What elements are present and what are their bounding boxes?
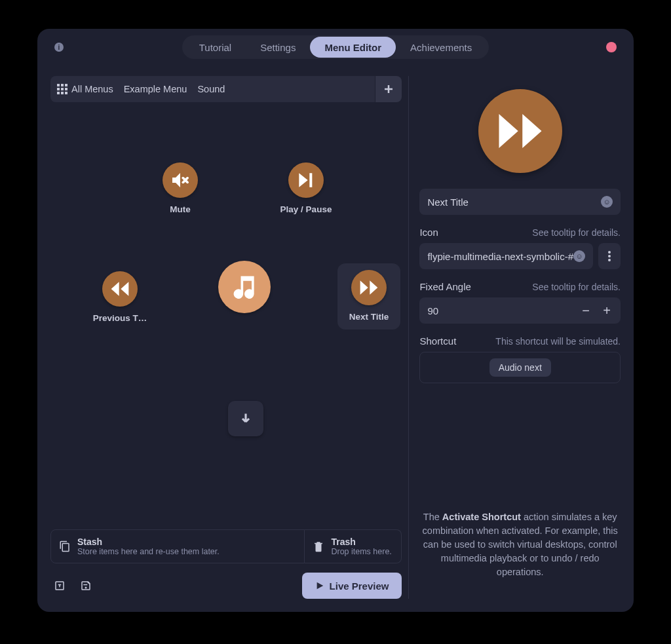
bottom-left-buttons — [50, 577, 95, 595]
fast-forward-icon — [351, 270, 387, 305]
content: All Menus Example Menu Sound Mute — [37, 66, 634, 612]
stash-icon — [59, 540, 71, 552]
trash-subtitle: Drop items here. — [331, 547, 391, 556]
angle-hint: See tooltip for details. — [532, 282, 621, 292]
stash-title: Stash — [77, 537, 220, 547]
svg-rect-0 — [57, 84, 60, 86]
node-play-pause[interactable]: Play / Pause — [275, 162, 337, 214]
node-label: Mute — [170, 204, 191, 214]
svg-rect-8 — [65, 92, 67, 94]
angle-minus-button[interactable]: − — [580, 303, 592, 318]
node-add[interactable] — [214, 401, 277, 436]
shortcut-label: Shortcut — [419, 335, 456, 347]
preview-label: Live Preview — [330, 580, 389, 592]
icon-value: flypie-multimedia-next-symbolic-# — [427, 251, 573, 262]
icon-input[interactable]: flypie-multimedia-next-symbolic-# ☺ — [419, 243, 593, 269]
crumb-example-menu[interactable]: Example Menu — [124, 84, 187, 94]
icon-label-row: Icon See tooltip for details. — [419, 227, 621, 238]
angle-stepper: − + — [580, 303, 613, 318]
angle-label-row: Fixed Angle See tooltip for details. — [419, 281, 621, 292]
svg-rect-4 — [61, 88, 64, 90]
plus-icon — [383, 84, 394, 94]
shortcut-chip[interactable]: Audio next — [489, 358, 551, 377]
chevron-down-icon — [228, 401, 263, 436]
fast-forward-icon — [495, 105, 546, 157]
breadcrumb: All Menus Example Menu Sound — [50, 76, 375, 102]
left-panel: All Menus Example Menu Sound Mute — [50, 76, 409, 599]
trash-area[interactable]: Trash Drop items here. — [305, 529, 402, 563]
import-icon — [54, 580, 66, 592]
emoji-picker-icon[interactable]: ☺ — [601, 196, 613, 208]
save-icon — [80, 580, 92, 592]
name-value: Next Title — [427, 197, 469, 208]
shortcut-hint: This shortcut will be simulated. — [495, 336, 621, 347]
desc-bold: Activate Shortcut — [442, 512, 521, 522]
node-label: Next Title — [349, 312, 389, 322]
stash-area[interactable]: Stash Store items here and re-use them l… — [50, 529, 305, 563]
angle-plus-button[interactable]: + — [601, 303, 613, 318]
node-center[interactable] — [213, 261, 276, 313]
app-window: i Tutorial Settings Menu Editor Achievem… — [37, 29, 634, 612]
add-item-button[interactable] — [375, 76, 402, 102]
tab-tutorial[interactable]: Tutorial — [185, 37, 246, 58]
node-previous-title[interactable]: Previous T… — [88, 271, 151, 323]
crumb-sound[interactable]: Sound — [197, 84, 225, 94]
svg-rect-7 — [61, 92, 64, 94]
crumb-label: All Menus — [71, 84, 113, 94]
tab-achievements[interactable]: Achievements — [396, 37, 486, 58]
live-preview-button[interactable]: Live Preview — [302, 573, 402, 599]
music-note-icon — [218, 261, 271, 313]
angle-label: Fixed Angle — [419, 281, 470, 292]
breadcrumb-row: All Menus Example Menu Sound — [50, 76, 402, 102]
info-icon[interactable]: i — [54, 43, 64, 52]
tab-menu-editor[interactable]: Menu Editor — [310, 37, 396, 58]
play-pause-icon — [288, 162, 324, 198]
node-label: Play / Pause — [280, 204, 332, 214]
stash-text: Stash Store items here and re-use them l… — [77, 537, 220, 556]
trash-title: Trash — [331, 537, 391, 547]
rewind-icon — [102, 271, 138, 307]
menu-canvas[interactable]: Mute Play / Pause Previous T… — [50, 107, 402, 524]
angle-input[interactable]: 90 − + — [419, 297, 621, 324]
kebab-icon — [608, 251, 611, 261]
tab-settings[interactable]: Settings — [246, 37, 310, 58]
crumb-all-menus[interactable]: All Menus — [57, 84, 113, 94]
stash-row: Stash Store items here and re-use them l… — [50, 529, 402, 563]
play-icon — [315, 581, 324, 590]
icon-label: Icon — [419, 227, 438, 238]
mute-icon — [163, 162, 198, 198]
shortcut-box[interactable]: Audio next — [419, 352, 621, 383]
node-mute[interactable]: Mute — [149, 162, 212, 214]
svg-rect-3 — [57, 88, 60, 90]
right-panel: Next Title ☺ Icon See tooltip for detail… — [409, 76, 621, 599]
shortcut-label-row: Shortcut This shortcut will be simulated… — [419, 335, 621, 347]
svg-rect-5 — [65, 88, 67, 90]
save-button[interactable] — [77, 577, 95, 595]
action-description: The Activate Shortcut action simulates a… — [419, 510, 621, 579]
icon-more-button[interactable] — [598, 243, 621, 269]
stash-subtitle: Store items here and re-use them later. — [77, 547, 220, 556]
name-input[interactable]: Next Title ☺ — [419, 189, 621, 215]
emoji-picker-icon[interactable]: ☺ — [573, 250, 585, 262]
import-button[interactable] — [50, 577, 69, 595]
bottom-row: Live Preview — [50, 573, 402, 599]
svg-point-12 — [608, 259, 611, 261]
tab-bar: Tutorial Settings Menu Editor Achievemen… — [182, 35, 489, 59]
svg-rect-2 — [65, 84, 67, 86]
icon-hint: See tooltip for details. — [532, 227, 621, 238]
desc-prefix: The — [423, 512, 442, 522]
node-next-title[interactable]: Next Title — [337, 263, 400, 330]
trash-text: Trash Drop items here. — [331, 537, 391, 556]
svg-rect-6 — [57, 92, 60, 94]
status-dot-icon — [606, 42, 617, 52]
angle-value: 90 — [427, 305, 438, 316]
trash-icon — [313, 540, 324, 552]
svg-rect-1 — [61, 84, 64, 86]
selected-item-icon — [478, 89, 562, 173]
svg-point-11 — [608, 255, 611, 257]
svg-point-10 — [608, 251, 611, 254]
grid-icon — [57, 84, 67, 94]
node-label: Previous T… — [93, 313, 147, 323]
header: i Tutorial Settings Menu Editor Achievem… — [37, 29, 634, 66]
